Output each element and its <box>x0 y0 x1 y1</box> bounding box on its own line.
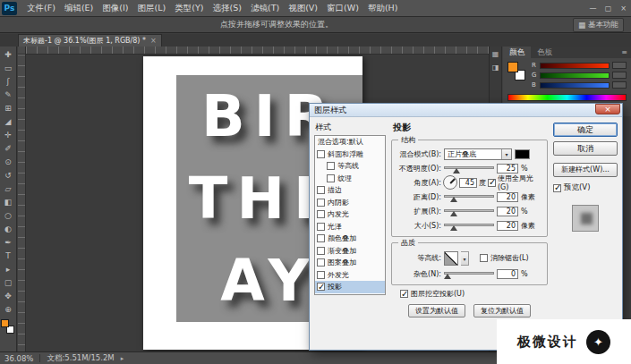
panel-foreground-swatch[interactable] <box>507 62 518 72</box>
blending-options-row[interactable]: 混合选项:默认 <box>315 136 385 148</box>
style-item-drop-shadow[interactable]: 投影 <box>315 281 385 293</box>
angle-value[interactable]: 45 <box>459 178 477 188</box>
texture-checkbox[interactable] <box>327 174 335 182</box>
minimize-button[interactable]: — <box>585 4 601 13</box>
satin-checkbox[interactable] <box>317 223 325 231</box>
cancel-button[interactable]: 取消 <box>553 141 618 156</box>
adjustments-panel-icon[interactable]: ▦ <box>492 50 499 58</box>
style-item-bevel-emboss[interactable]: 斜面和浮雕 <box>315 148 385 161</box>
style-item-inner-shadow[interactable]: 内阴影 <box>315 197 385 209</box>
spread-value[interactable]: 20 <box>497 207 518 216</box>
crop-tool[interactable]: ⊞ <box>0 102 17 115</box>
brush-tool[interactable]: ✐ <box>0 142 17 156</box>
toolbar-color-swatches[interactable] <box>1 319 15 335</box>
eyedropper-tool[interactable]: ◢ <box>0 115 17 129</box>
color-overlay-checkbox[interactable] <box>317 234 325 242</box>
restore-button[interactable]: ▢ <box>601 4 616 13</box>
tab-close-icon[interactable]: × <box>150 37 157 45</box>
reset-default-button[interactable]: 复位为默认值 <box>473 304 531 317</box>
healing-brush-tool[interactable]: ✛ <box>0 129 17 142</box>
contour-dropdown-icon[interactable]: ▾ <box>461 251 469 266</box>
quick-selection-tool[interactable]: ✎ <box>0 89 17 102</box>
green-channel-slider[interactable] <box>540 72 610 79</box>
distance-slider[interactable] <box>444 192 494 202</box>
style-item-inner-glow[interactable]: 内发光 <box>315 208 385 221</box>
rectangular-marquee-tool[interactable]: ▭ <box>0 62 17 75</box>
size-slider[interactable] <box>444 221 494 231</box>
style-item-gradient-overlay[interactable]: 渐变叠加 <box>315 245 385 258</box>
menu-item-edit[interactable]: 编辑(E) <box>60 3 98 14</box>
blue-channel-value[interactable] <box>612 81 627 89</box>
spread-slider[interactable] <box>444 207 494 216</box>
lasso-tool[interactable]: ʃ <box>0 75 17 89</box>
tab-color[interactable]: 颜色 <box>503 47 531 58</box>
inner-shadow-checkbox[interactable] <box>317 199 325 207</box>
clone-stamp-tool[interactable]: ⊙ <box>0 156 17 169</box>
zoom-tool[interactable]: ⊕ <box>0 303 17 317</box>
style-item-pattern-overlay[interactable]: 图案叠加 <box>315 257 385 269</box>
make-default-button[interactable]: 设置为默认值 <box>408 304 465 317</box>
move-tool[interactable]: ✚ <box>0 48 17 62</box>
inner-glow-checkbox[interactable] <box>317 210 325 218</box>
dialog-title-bar[interactable]: 图层样式 × <box>310 104 622 117</box>
noise-slider[interactable] <box>444 269 494 279</box>
type-tool[interactable]: T <box>0 250 17 263</box>
layer-knockout-row[interactable]: 图层挖空投影(U) <box>400 289 548 299</box>
blur-tool[interactable]: ○ <box>0 209 17 223</box>
gradient-overlay-checkbox[interactable] <box>317 247 325 255</box>
menu-item-file[interactable]: 文件(F) <box>22 3 60 14</box>
ok-button[interactable]: 确定 <box>553 123 618 137</box>
outer-glow-checkbox[interactable] <box>317 271 325 279</box>
panel-menu-icon[interactable]: ≡ <box>621 48 631 56</box>
status-options-icon[interactable]: ▸ <box>121 355 124 362</box>
anti-aliased-checkbox[interactable] <box>480 254 488 262</box>
dodge-tool[interactable]: ◐ <box>0 223 17 236</box>
menu-item-view[interactable]: 视图(V) <box>284 3 322 14</box>
shape-tool[interactable]: ▢ <box>0 276 17 290</box>
bevel-emboss-checkbox[interactable] <box>317 150 325 158</box>
menu-item-image[interactable]: 图像(I) <box>98 3 132 14</box>
style-item-texture[interactable]: 纹理 <box>315 173 385 185</box>
shadow-color-swatch[interactable] <box>515 149 530 159</box>
opacity-slider[interactable] <box>444 164 494 174</box>
new-style-button[interactable]: 新建样式(W)... <box>553 163 618 177</box>
menu-item-help[interactable]: 帮助(H) <box>363 3 403 14</box>
style-item-satin[interactable]: 光泽 <box>315 221 385 233</box>
foreground-color-swatch[interactable] <box>1 319 9 327</box>
layer-knockout-checkbox[interactable] <box>400 290 408 298</box>
styles-panel-icon[interactable]: ◨ <box>492 63 499 72</box>
red-channel-slider[interactable] <box>540 63 610 69</box>
menu-item-type[interactable]: 类型(Y) <box>170 3 208 14</box>
contour-checkbox[interactable] <box>327 162 335 170</box>
noise-value[interactable]: 0 <box>497 269 518 279</box>
color-spectrum-ramp[interactable] <box>507 94 627 101</box>
blend-mode-select[interactable]: 正片叠底 ▾ <box>444 148 512 160</box>
stroke-checkbox[interactable] <box>317 186 325 194</box>
opacity-value[interactable]: 25 <box>497 164 518 174</box>
close-button[interactable]: × <box>616 4 631 13</box>
preview-checkbox[interactable] <box>553 184 561 192</box>
zoom-level[interactable]: 36.08% <box>4 354 33 363</box>
panel-color-swatches[interactable] <box>507 62 527 83</box>
path-selection-tool[interactable]: ▸ <box>0 263 17 276</box>
pen-tool[interactable]: ✒ <box>0 236 17 250</box>
green-channel-value[interactable] <box>612 72 627 79</box>
use-global-light-checkbox[interactable] <box>488 179 496 187</box>
distance-value[interactable]: 20 <box>497 192 518 202</box>
angle-dial[interactable] <box>443 175 457 190</box>
workspace-switcher[interactable]: ▦ 基本功能 <box>573 18 624 32</box>
hand-tool[interactable]: ✥ <box>0 290 17 303</box>
style-item-outer-glow[interactable]: 外发光 <box>315 269 385 282</box>
eraser-tool[interactable]: ▱ <box>0 182 17 196</box>
menu-item-select[interactable]: 选择(S) <box>208 3 245 14</box>
style-item-contour[interactable]: 等高线 <box>315 160 385 173</box>
menu-item-layer[interactable]: 图层(L) <box>133 3 171 14</box>
photoshop-logo-icon[interactable]: Ps <box>2 2 17 15</box>
contour-picker[interactable] <box>444 251 458 266</box>
style-item-stroke[interactable]: 描边 <box>315 184 385 197</box>
red-channel-value[interactable] <box>612 62 627 69</box>
tab-swatches[interactable]: 色板 <box>531 47 559 58</box>
blue-channel-slider[interactable] <box>540 82 610 89</box>
menu-item-filter[interactable]: 滤镜(T) <box>246 3 284 14</box>
gradient-tool[interactable]: ◧ <box>0 196 17 209</box>
